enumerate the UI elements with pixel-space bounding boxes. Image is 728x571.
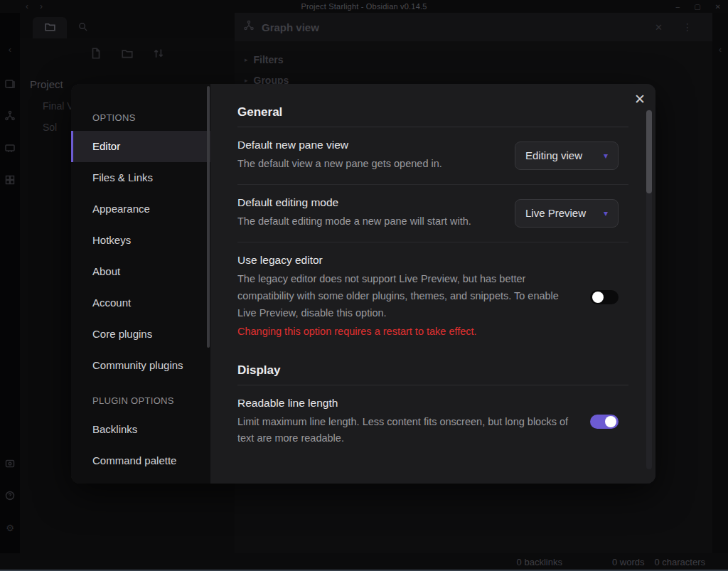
toggle-knob <box>592 292 604 303</box>
word-count: 0 words <box>612 557 645 567</box>
close-window-button[interactable]: ✕ <box>715 3 721 11</box>
left-ribbon: ‹ ⚙ <box>0 13 20 553</box>
graph-view-icon[interactable] <box>4 110 16 122</box>
blocks-icon[interactable] <box>4 174 16 186</box>
obsidian-app: ‹ › Project Starlight - Obsidian v0.14.5… <box>0 0 728 571</box>
settings-nav-command-palette[interactable]: Command palette <box>71 445 210 476</box>
search-icon <box>77 21 88 35</box>
minimize-button[interactable]: – <box>676 3 680 11</box>
help-icon[interactable] <box>4 489 16 502</box>
setting-description: The default editing mode a new pane will… <box>237 213 496 230</box>
expand-right-sidebar-icon[interactable]: ‹ <box>719 44 722 553</box>
titlebar: ‹ › Project Starlight - Obsidian v0.14.5… <box>0 0 728 13</box>
settings-nav-files-links[interactable]: Files & Links <box>71 162 210 193</box>
settings-modal: OPTIONS Editor Files & Links Appearance … <box>71 84 655 484</box>
new-note-icon[interactable] <box>90 47 102 63</box>
close-modal-icon[interactable]: ✕ <box>634 91 646 107</box>
settings-nav-backlinks[interactable]: Backlinks <box>71 414 210 445</box>
status-bar: 0 backlinks 0 words 0 characters <box>0 553 728 571</box>
backlinks-count: 0 backlinks <box>517 557 562 567</box>
pane-title: Graph view <box>262 21 319 33</box>
setting-name: Use legacy editor <box>237 254 572 267</box>
tab-file-explorer[interactable] <box>33 17 67 38</box>
plugin-options-header: PLUGIN OPTIONS <box>71 393 210 410</box>
tab-search[interactable] <box>67 17 98 38</box>
settings-nav-appearance[interactable]: Appearance <box>71 193 210 225</box>
settings-nav-editor[interactable]: Editor <box>71 131 210 162</box>
nav-back-icon[interactable]: ‹ <box>26 1 28 11</box>
maximize-button[interactable]: ▢ <box>694 3 700 11</box>
window-title: Project Starlight - Obsidian v0.14.5 <box>0 2 728 11</box>
default-new-pane-view-dropdown[interactable]: Editing view ▾ <box>515 142 619 170</box>
folder-icon <box>44 21 56 36</box>
restart-warning-text: Changing this option requires a restart … <box>237 324 572 341</box>
setting-readable-line-length: Readable line length Limit maximum line … <box>237 385 628 459</box>
chevron-right-icon: ▸ <box>245 77 248 84</box>
setting-description: The legacy editor does not support Live … <box>237 271 572 322</box>
settings-nav-core-plugins[interactable]: Core plugins <box>71 319 210 350</box>
settings-nav-account[interactable]: Account <box>71 287 210 319</box>
settings-nav-hotkeys[interactable]: Hotkeys <box>71 225 210 256</box>
settings-content: ✕ General Default new pane view The defa… <box>210 84 655 484</box>
setting-default-new-pane-view: Default new pane view The default view a… <box>237 127 628 184</box>
section-heading-display: Display <box>237 363 628 385</box>
chevron-right-icon: ▸ <box>245 56 248 63</box>
graph-filters-section[interactable]: ▸ Filters <box>245 54 712 65</box>
setting-name: Default new pane view <box>237 139 496 151</box>
settings-sidebar: OPTIONS Editor Files & Links Appearance … <box>71 84 210 484</box>
chevron-down-icon: ▾ <box>604 151 608 161</box>
collapse-sidebar-icon[interactable]: ‹ <box>9 44 11 55</box>
quick-switcher-icon[interactable] <box>4 78 16 90</box>
chevron-down-icon: ▾ <box>604 208 608 218</box>
slides-icon[interactable] <box>4 142 16 154</box>
content-scrollbar-thumb[interactable] <box>646 110 652 193</box>
use-legacy-editor-toggle[interactable] <box>590 290 619 304</box>
character-count: 0 characters <box>654 557 705 567</box>
setting-description: Limit maximum line length. Less content … <box>237 414 572 448</box>
graph-icon <box>243 20 255 34</box>
graph-view-header: Graph view ✕ ⋮ <box>235 13 712 41</box>
readable-line-length-toggle[interactable] <box>590 415 619 429</box>
sidebar-scrollbar[interactable] <box>207 86 210 348</box>
new-folder-icon[interactable] <box>121 47 134 63</box>
setting-default-editing-mode: Default editing mode The default editing… <box>237 184 628 242</box>
setting-name: Readable line length <box>237 397 572 410</box>
section-heading-general: General <box>237 105 628 127</box>
settings-nav-about[interactable]: About <box>71 256 210 287</box>
sort-order-icon[interactable] <box>152 47 165 63</box>
setting-use-legacy-editor: Use legacy editor The legacy editor does… <box>237 242 628 352</box>
nav-forward-icon[interactable]: › <box>40 1 43 11</box>
default-editing-mode-dropdown[interactable]: Live Preview ▾ <box>515 199 619 228</box>
settings-nav-community-plugins[interactable]: Community plugins <box>71 350 210 381</box>
right-sidebar-rail: ‹ <box>712 13 728 553</box>
settings-gear-icon[interactable]: ⚙ <box>4 521 16 534</box>
close-pane-icon[interactable]: ✕ <box>655 22 663 33</box>
options-header: OPTIONS <box>71 110 210 127</box>
vault-switcher-icon[interactable] <box>4 457 16 470</box>
more-options-icon[interactable]: ⋮ <box>682 21 692 33</box>
setting-name: Default editing mode <box>237 196 496 209</box>
toggle-knob <box>605 416 616 427</box>
setting-description: The default view a new pane gets opened … <box>237 156 496 173</box>
